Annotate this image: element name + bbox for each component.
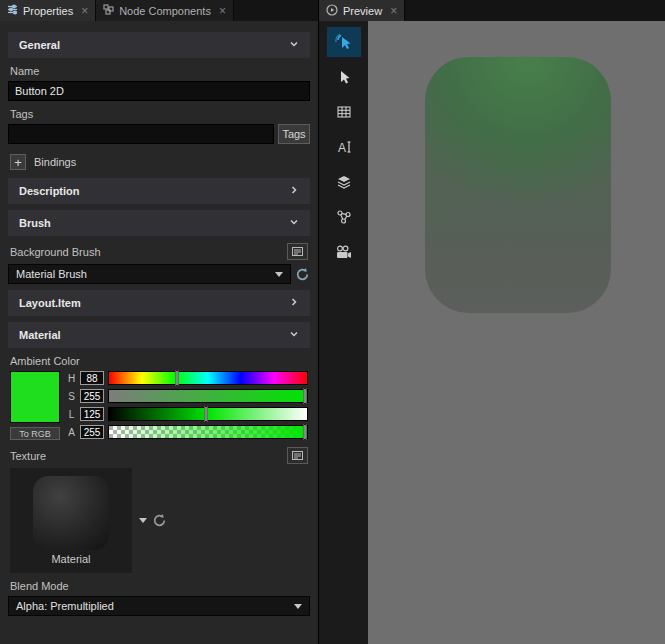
properties-pane: Properties × Node Components × General xyxy=(0,0,319,644)
preview-body: A xyxy=(319,21,665,644)
blend-mode-value: Alpha: Premultiplied xyxy=(16,600,114,612)
tab-node-components[interactable]: Node Components × xyxy=(96,0,234,21)
color-swatch[interactable] xyxy=(10,371,60,423)
button-2d-node[interactable] xyxy=(425,57,611,313)
section-layout-item-title: Layout.Item xyxy=(19,297,81,309)
select-tool[interactable] xyxy=(327,62,361,92)
hue-slider[interactable] xyxy=(108,371,308,385)
section-general[interactable]: General xyxy=(8,32,310,58)
channel-key: L xyxy=(67,409,76,420)
properties-panel-body: General Name Tags Tags + Bindings Descri… xyxy=(0,21,318,644)
section-description-title: Description xyxy=(19,185,80,197)
chevron-down-icon xyxy=(289,39,299,51)
channel-key: A xyxy=(67,427,76,438)
close-icon[interactable]: × xyxy=(219,5,226,17)
blend-mode-dropdown[interactable]: Alpha: Premultiplied xyxy=(8,596,310,616)
texture-row: Material xyxy=(10,468,308,573)
camera-icon xyxy=(335,244,352,261)
add-binding-button[interactable]: + xyxy=(10,154,26,170)
bindings-label: Bindings xyxy=(34,156,76,168)
open-brush-editor-button[interactable] xyxy=(287,243,308,260)
texture-label-row: Texture xyxy=(10,447,308,464)
saturation-slider[interactable] xyxy=(108,389,308,403)
section-layout-item[interactable]: Layout.Item xyxy=(8,290,310,316)
ambient-color-editor: To RGB H S xyxy=(10,371,308,440)
channel-key: S xyxy=(67,391,76,402)
section-description[interactable]: Description xyxy=(8,178,310,204)
app-window: Properties × Node Components × General xyxy=(0,0,665,644)
chevron-down-icon xyxy=(289,329,299,341)
slider-marker[interactable] xyxy=(304,388,307,404)
close-icon[interactable]: × xyxy=(390,5,397,17)
background-brush-value: Material Brush xyxy=(16,268,87,280)
lightness-slider[interactable] xyxy=(108,407,308,421)
tags-input[interactable] xyxy=(8,124,274,144)
hue-value-input[interactable] xyxy=(80,371,104,385)
properties-icon xyxy=(7,4,18,17)
grid-tool[interactable] xyxy=(327,97,361,127)
chevron-down-icon xyxy=(275,272,283,277)
preview-tabbar: Preview × xyxy=(319,0,665,21)
color-channels: H S L xyxy=(67,371,308,440)
tab-preview-label: Preview xyxy=(343,5,382,17)
tags-button[interactable]: Tags xyxy=(278,124,310,144)
tab-properties[interactable]: Properties × xyxy=(0,0,96,21)
name-label: Name xyxy=(10,65,308,77)
section-material[interactable]: Material xyxy=(8,322,310,348)
tab-node-components-label: Node Components xyxy=(119,5,211,17)
background-brush-dropdown[interactable]: Material Brush xyxy=(8,264,291,284)
blend-mode-label: Blend Mode xyxy=(10,580,308,592)
preview-toolbar: A xyxy=(319,21,368,644)
texture-name: Material xyxy=(51,553,90,565)
swatch-column: To RGB xyxy=(10,371,60,440)
text-tool[interactable]: A xyxy=(327,132,361,162)
channel-key: H xyxy=(67,373,76,384)
slider-marker[interactable] xyxy=(205,406,208,422)
node-graph-icon xyxy=(336,209,352,225)
close-icon[interactable]: × xyxy=(81,5,88,17)
chevron-down-icon xyxy=(294,604,302,609)
reset-texture-button[interactable] xyxy=(152,513,167,528)
arrow-cursor-icon xyxy=(336,69,352,85)
section-brush-title: Brush xyxy=(19,217,51,229)
section-brush[interactable]: Brush xyxy=(8,210,310,236)
left-tabbar: Properties × Node Components × xyxy=(0,0,318,21)
channel-row-a: A xyxy=(67,425,308,439)
text-icon: A xyxy=(336,139,352,155)
bindings-row: + Bindings xyxy=(10,154,308,170)
scene-graph-tool[interactable] xyxy=(327,202,361,232)
camera-tool[interactable] xyxy=(327,237,361,267)
channel-row-h: H xyxy=(67,371,308,385)
node-components-icon xyxy=(103,4,114,17)
slider-marker[interactable] xyxy=(176,370,179,386)
alpha-slider[interactable] xyxy=(108,425,308,439)
preview-canvas[interactable] xyxy=(368,21,665,644)
alpha-value-input[interactable] xyxy=(80,425,104,439)
open-texture-editor-button[interactable] xyxy=(287,447,308,464)
name-input[interactable] xyxy=(8,81,310,101)
tags-row: Tags xyxy=(8,124,310,144)
chevron-right-icon xyxy=(289,297,299,309)
saturation-value-input[interactable] xyxy=(80,389,104,403)
lightness-value-input[interactable] xyxy=(80,407,104,421)
section-general-title: General xyxy=(19,39,60,51)
channel-row-l: L xyxy=(67,407,308,421)
texture-label: Texture xyxy=(10,450,46,462)
chevron-down-icon xyxy=(289,217,299,229)
tags-label: Tags xyxy=(10,108,308,120)
background-brush-label-row: Background Brush xyxy=(10,243,308,260)
interact-tool[interactable] xyxy=(327,27,361,57)
slider-marker[interactable] xyxy=(304,424,307,440)
texture-thumbnail xyxy=(33,476,109,550)
section-material-title: Material xyxy=(19,329,61,341)
texture-preview[interactable]: Material xyxy=(10,468,132,573)
reset-brush-button[interactable] xyxy=(295,267,310,282)
to-rgb-button[interactable]: To RGB xyxy=(10,427,60,440)
texture-dropdown-caret[interactable] xyxy=(139,518,147,523)
channel-row-s: S xyxy=(67,389,308,403)
layers-tool[interactable] xyxy=(327,167,361,197)
layers-icon xyxy=(336,174,352,190)
tab-preview[interactable]: Preview × xyxy=(319,0,405,21)
tab-properties-label: Properties xyxy=(23,5,73,17)
ambient-color-label: Ambient Color xyxy=(10,355,308,367)
